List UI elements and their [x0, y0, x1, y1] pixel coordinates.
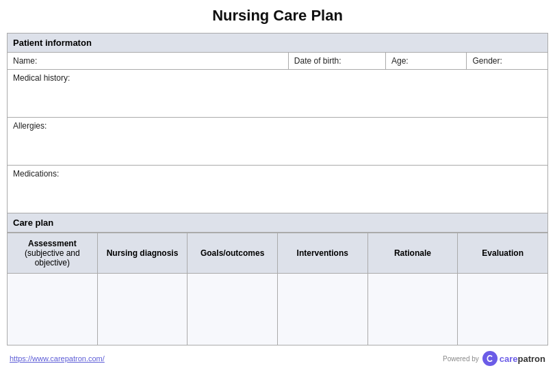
care-plan-header-row: Care plan: [8, 213, 548, 233]
care-plan-columns-header: Assessment(subjective and objective) Nur…: [8, 233, 548, 274]
age-field: Age:: [385, 53, 467, 70]
rationale-cell: [367, 274, 458, 345]
care-plan-columns-table: Assessment(subjective and objective) Nur…: [7, 233, 548, 345]
medical-history-field: Medical history:: [8, 70, 548, 118]
medical-history-row: Medical history:: [8, 70, 548, 118]
col-nursing-diagnosis: Nursing diagnosis: [97, 233, 188, 274]
nursing-diagnosis-cell: [97, 274, 188, 345]
goals-outcomes-cell: [188, 274, 278, 345]
evaluation-cell: [458, 274, 548, 345]
patient-info-section-header: Patient informaton: [8, 34, 548, 53]
name-field: Name:: [8, 53, 289, 70]
col-interventions: Interventions: [277, 233, 367, 274]
medical-history-label: Medical history:: [13, 73, 70, 83]
interventions-cell: [277, 274, 367, 345]
dob-field: Date of birth:: [288, 53, 385, 70]
medications-row: Medications:: [8, 166, 548, 213]
nursing-care-plan-table: Patient informaton Name: Date of birth: …: [7, 33, 548, 233]
patient-basic-info-row: Name: Date of birth: Age: Gender:: [8, 53, 548, 70]
footer: https://www.carepatron.com/ Powered by c…: [7, 351, 548, 366]
col-rationale: Rationale: [367, 233, 458, 274]
age-label: Age:: [391, 56, 409, 66]
name-label: Name:: [13, 56, 37, 66]
gender-label: Gender:: [472, 56, 502, 66]
allergies-field: Allergies:: [8, 118, 548, 166]
allergies-row: Allergies:: [8, 118, 548, 166]
logo-text: carepatron: [500, 354, 545, 364]
dob-label: Date of birth:: [294, 56, 341, 66]
assessment-cell: [8, 274, 98, 345]
gender-field: Gender:: [467, 53, 548, 70]
carepatron-logo-svg: [485, 354, 495, 363]
col-evaluation: Evaluation: [458, 233, 548, 274]
carepatron-logo-icon: [482, 351, 498, 366]
col-goals-outcomes: Goals/outcomes: [188, 233, 278, 274]
care-plan-section-header: Care plan: [8, 213, 548, 233]
powered-by-section: Powered by carepatron: [443, 351, 545, 366]
col-assessment: Assessment(subjective and objective): [8, 233, 98, 274]
medications-label: Medications:: [13, 169, 59, 179]
powered-by-text: Powered by: [443, 355, 479, 363]
page-title: Nursing Care Plan: [212, 7, 343, 25]
allergies-label: Allergies:: [13, 121, 47, 131]
medications-field: Medications:: [8, 166, 548, 213]
care-plan-data-row: [8, 274, 548, 345]
carepatron-link[interactable]: https://www.carepatron.com/: [10, 354, 105, 363]
patient-info-header-row: Patient informaton: [8, 34, 548, 53]
carepatron-logo: carepatron: [482, 351, 545, 366]
